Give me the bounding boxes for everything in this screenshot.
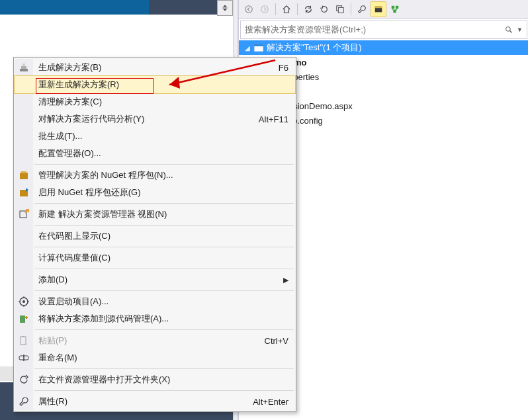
context-menu-item-shortcut: Ctrl+V xyxy=(265,336,288,346)
svg-rect-13 xyxy=(254,44,263,46)
collapse-all-button[interactable] xyxy=(333,2,347,17)
context-menu-item-label: 粘贴(P) xyxy=(38,335,265,347)
context-menu-item[interactable]: 配置管理器(O)... xyxy=(15,145,295,162)
context-menu-item-label: 对解决方案运行代码分析(Y) xyxy=(38,113,259,125)
svg-point-10 xyxy=(506,27,511,32)
context-menu-item[interactable]: 对解决方案运行代码分析(Y)Alt+F11 xyxy=(15,110,295,128)
tree-label: 解决方案"Test"(1 个项目) xyxy=(267,42,362,54)
svg-rect-15 xyxy=(21,66,26,69)
build-icon xyxy=(17,61,30,74)
paste-icon xyxy=(17,334,30,347)
search-placeholder-text: 搜索解决方案资源管理器(Ctrl+;) xyxy=(245,24,366,36)
context-menu-separator xyxy=(34,329,294,330)
newview-icon xyxy=(17,208,30,221)
svg-rect-8 xyxy=(396,6,398,9)
svg-rect-0 xyxy=(222,8,228,9)
context-menu-item-shortcut: Alt+F11 xyxy=(259,114,288,124)
svg-line-11 xyxy=(510,31,512,33)
context-menu-item-label: 配置管理器(O)... xyxy=(38,147,288,159)
context-menu-item-label: 在代码图上显示(C) xyxy=(38,230,288,242)
context-menu-item[interactable]: 在代码图上显示(C) xyxy=(15,228,295,245)
context-menu-item-label: 重命名(M) xyxy=(38,352,288,364)
home-button[interactable] xyxy=(279,2,294,17)
context-menu-item-label: 重新生成解决方案(R) xyxy=(38,79,288,91)
search-controls: ▼ xyxy=(505,26,523,34)
context-menu-item[interactable]: 重新生成解决方案(R) xyxy=(15,76,295,93)
context-menu-item[interactable]: 计算代码度量值(C) xyxy=(15,249,295,267)
context-menu-separator xyxy=(34,290,294,291)
context-menu-item-label: 添加(D) xyxy=(38,274,277,286)
context-menu-item[interactable]: 将解决方案添加到源代码管理(A)... xyxy=(15,310,295,327)
context-menu-item[interactable]: 属性(R)Alt+Enter xyxy=(15,393,295,410)
sync-button[interactable] xyxy=(301,2,316,17)
solution-icon xyxy=(253,42,264,53)
context-menu-item[interactable]: 批生成(T)... xyxy=(15,128,295,145)
editor-active-tab[interactable] xyxy=(0,0,149,15)
svg-point-22 xyxy=(22,300,25,303)
context-menu-item-label: 管理解决方案的 NuGet 程序包(N)... xyxy=(38,169,288,181)
toolbar-divider xyxy=(351,3,351,15)
tree-solution-node[interactable]: ◢ 解决方案"Test"(1 个项目) xyxy=(239,40,528,55)
toolbar-divider xyxy=(297,3,298,15)
back-icon xyxy=(244,5,253,14)
sync-icon xyxy=(304,5,313,14)
context-menu-separator xyxy=(34,203,294,204)
svg-rect-14 xyxy=(20,69,28,71)
svg-rect-23 xyxy=(20,315,25,323)
svg-rect-25 xyxy=(22,336,24,337)
context-menu-item: 粘贴(P)Ctrl+V xyxy=(15,332,295,349)
context-menu-separator xyxy=(34,164,294,165)
svg-rect-17 xyxy=(20,173,28,179)
svg-rect-6 xyxy=(375,7,382,9)
context-menu-item-label: 设置启动项目(A)... xyxy=(38,296,288,308)
solution-explorer-search[interactable]: 搜索解决方案资源管理器(Ctrl+;) ▼ xyxy=(240,21,527,39)
context-menu-item[interactable]: 新建 解决方案资源管理器 视图(N) xyxy=(15,206,295,223)
show-all-files-button[interactable] xyxy=(371,1,386,17)
context-menu-item[interactable]: 管理解决方案的 NuGet 程序包(N)... xyxy=(15,167,295,184)
solution-explorer-toolbar xyxy=(239,0,528,19)
svg-rect-24 xyxy=(21,337,26,345)
showall-icon xyxy=(374,5,383,14)
forward-button[interactable] xyxy=(257,2,272,17)
context-menu-item-label: 属性(R) xyxy=(38,396,253,407)
context-menu-item[interactable]: 设置启动项目(A)... xyxy=(15,293,295,310)
context-menu-item[interactable]: 清理解决方案(C) xyxy=(15,93,295,110)
refresh-button[interactable] xyxy=(317,2,331,17)
context-menu-item-label: 在文件资源管理器中打开文件夹(X) xyxy=(38,374,288,386)
svg-rect-7 xyxy=(392,6,394,9)
context-menu-item-label: 清理解决方案(C) xyxy=(38,96,288,108)
svg-rect-4 xyxy=(338,7,343,13)
wrench-icon xyxy=(357,5,367,14)
nuget-icon xyxy=(17,169,30,182)
forward-icon xyxy=(260,5,269,14)
class-icon xyxy=(390,5,400,14)
context-menu-item-label: 启用 NuGet 程序包还原(G) xyxy=(38,187,288,198)
context-menu-item[interactable]: 在文件资源管理器中打开文件夹(X) xyxy=(15,371,295,388)
openfolder-icon xyxy=(17,373,30,386)
submenu-arrow-icon: ▶ xyxy=(277,276,288,284)
context-menu-item[interactable]: 生成解决方案(B)F6 xyxy=(15,59,295,76)
context-menu-separator xyxy=(34,390,294,391)
back-button[interactable] xyxy=(242,2,256,17)
view-class-button[interactable] xyxy=(388,2,402,17)
context-menu-item-label: 生成解决方案(B) xyxy=(38,62,279,73)
context-menu-item[interactable]: 启用 NuGet 程序包还原(G) xyxy=(15,184,295,201)
rename-icon xyxy=(17,351,30,364)
svg-point-2 xyxy=(261,6,269,13)
startup-icon xyxy=(17,295,30,308)
expand-icon[interactable]: ◢ xyxy=(243,44,252,52)
context-menu-separator xyxy=(34,368,294,369)
svg-rect-16 xyxy=(22,63,25,66)
split-icon xyxy=(221,4,229,12)
split-toggle-button[interactable] xyxy=(217,0,233,16)
properties-button[interactable] xyxy=(355,2,369,17)
context-menu-item-label: 新建 解决方案资源管理器 视图(N) xyxy=(38,208,288,220)
context-menu-item[interactable]: 添加(D)▶ xyxy=(15,271,295,288)
context-menu-item-label: 将解决方案添加到源代码管理(A)... xyxy=(38,313,288,325)
chevron-down-icon[interactable]: ▼ xyxy=(517,26,523,33)
context-menu-item[interactable]: 重命名(M) xyxy=(15,349,295,366)
scc-icon xyxy=(17,312,30,325)
restore-icon xyxy=(17,186,30,199)
svg-rect-18 xyxy=(21,171,26,173)
context-menu: 生成解决方案(B)F6重新生成解决方案(R)清理解决方案(C)对解决方案运行代码… xyxy=(13,57,296,412)
